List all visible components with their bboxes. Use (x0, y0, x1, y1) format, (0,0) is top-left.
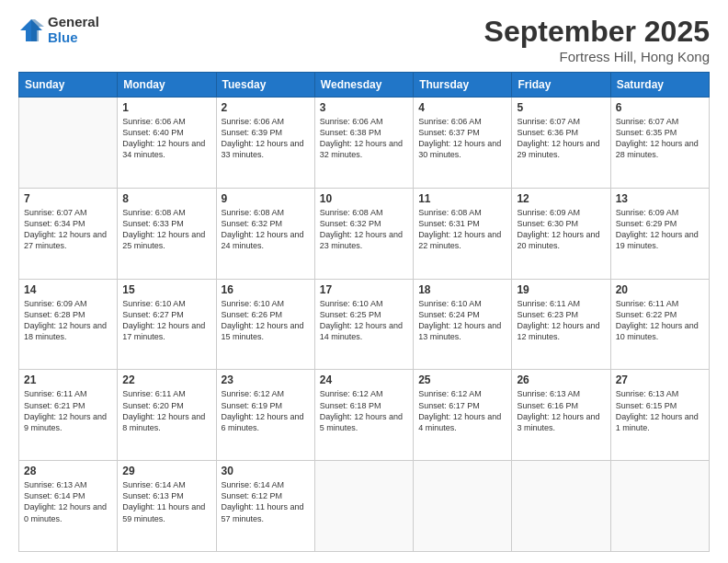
cell-text: Sunrise: 6:13 AMSunset: 6:15 PMDaylight:… (616, 388, 704, 433)
day-number: 15 (122, 283, 210, 296)
calendar-week-row: 14 Sunrise: 6:09 AMSunset: 6:28 PMDaylig… (19, 279, 710, 370)
day-number: 2 (222, 101, 310, 114)
day-number: 8 (122, 192, 210, 205)
table-row: 23 Sunrise: 6:12 AMSunset: 6:19 PMDaylig… (216, 370, 314, 461)
table-row: 30 Sunrise: 6:14 AMSunset: 6:12 PMDaylig… (216, 461, 314, 552)
day-number: 5 (517, 101, 605, 114)
table-row: 6 Sunrise: 6:07 AMSunset: 6:35 PMDayligh… (610, 98, 709, 189)
logo-text: General Blue (48, 15, 99, 45)
day-number: 24 (320, 373, 408, 386)
day-number: 1 (122, 101, 210, 114)
day-number: 17 (320, 283, 408, 296)
cell-text: Sunrise: 6:06 AMSunset: 6:39 PMDaylight:… (222, 116, 310, 161)
header: General Blue September 2025 Fortress Hil… (18, 15, 710, 64)
table-row: 9 Sunrise: 6:08 AMSunset: 6:32 PMDayligh… (216, 188, 314, 279)
title-location: Fortress Hill, Hong Kong (484, 49, 710, 64)
day-number: 13 (616, 192, 704, 205)
table-row: 17 Sunrise: 6:10 AMSunset: 6:25 PMDaylig… (314, 279, 413, 370)
cell-text: Sunrise: 6:11 AMSunset: 6:20 PMDaylight:… (122, 388, 210, 433)
calendar-week-row: 28 Sunrise: 6:13 AMSunset: 6:14 PMDaylig… (19, 461, 710, 552)
logo-icon (18, 17, 44, 43)
day-number: 19 (517, 283, 605, 296)
table-row (314, 461, 413, 552)
header-thursday: Thursday (414, 73, 512, 98)
cell-text: Sunrise: 6:08 AMSunset: 6:31 PMDaylight:… (418, 207, 506, 252)
table-row: 22 Sunrise: 6:11 AMSunset: 6:20 PMDaylig… (118, 370, 216, 461)
table-row: 16 Sunrise: 6:10 AMSunset: 6:26 PMDaylig… (216, 279, 314, 370)
day-number: 7 (24, 192, 112, 205)
header-saturday: Saturday (610, 73, 709, 98)
cell-text: Sunrise: 6:12 AMSunset: 6:17 PMDaylight:… (418, 388, 506, 433)
header-monday: Monday (118, 73, 216, 98)
cell-text: Sunrise: 6:14 AMSunset: 6:13 PMDaylight:… (122, 479, 210, 524)
calendar-week-row: 7 Sunrise: 6:07 AMSunset: 6:34 PMDayligh… (19, 188, 710, 279)
table-row: 19 Sunrise: 6:11 AMSunset: 6:23 PMDaylig… (512, 279, 610, 370)
table-row: 4 Sunrise: 6:06 AMSunset: 6:37 PMDayligh… (414, 98, 512, 189)
cell-text: Sunrise: 6:07 AMSunset: 6:34 PMDaylight:… (24, 207, 112, 252)
day-number: 16 (222, 283, 310, 296)
table-row: 2 Sunrise: 6:06 AMSunset: 6:39 PMDayligh… (216, 98, 314, 189)
logo-general: General (48, 15, 99, 30)
table-row: 27 Sunrise: 6:13 AMSunset: 6:15 PMDaylig… (610, 370, 709, 461)
table-row: 20 Sunrise: 6:11 AMSunset: 6:22 PMDaylig… (610, 279, 709, 370)
cell-text: Sunrise: 6:10 AMSunset: 6:27 PMDaylight:… (122, 298, 210, 343)
day-number: 10 (320, 192, 408, 205)
table-row: 28 Sunrise: 6:13 AMSunset: 6:14 PMDaylig… (19, 461, 118, 552)
table-row: 1 Sunrise: 6:06 AMSunset: 6:40 PMDayligh… (118, 98, 216, 189)
day-number: 3 (320, 101, 408, 114)
header-tuesday: Tuesday (216, 73, 314, 98)
table-row: 26 Sunrise: 6:13 AMSunset: 6:16 PMDaylig… (512, 370, 610, 461)
day-number: 9 (222, 192, 310, 205)
day-number: 30 (222, 465, 310, 477)
table-row: 11 Sunrise: 6:08 AMSunset: 6:31 PMDaylig… (414, 188, 512, 279)
cell-text: Sunrise: 6:13 AMSunset: 6:16 PMDaylight:… (517, 388, 605, 433)
day-number: 14 (24, 283, 112, 296)
cell-text: Sunrise: 6:07 AMSunset: 6:36 PMDaylight:… (517, 116, 605, 161)
logo: General Blue (18, 15, 99, 45)
cell-text: Sunrise: 6:12 AMSunset: 6:19 PMDaylight:… (222, 388, 310, 433)
day-number: 18 (418, 283, 506, 296)
header-friday: Friday (512, 73, 610, 98)
table-row (512, 461, 610, 552)
cell-text: Sunrise: 6:10 AMSunset: 6:26 PMDaylight:… (222, 298, 310, 343)
table-row: 14 Sunrise: 6:09 AMSunset: 6:28 PMDaylig… (19, 279, 118, 370)
table-row: 24 Sunrise: 6:12 AMSunset: 6:18 PMDaylig… (314, 370, 413, 461)
day-number: 23 (222, 373, 310, 386)
table-row (610, 461, 709, 552)
title-block: September 2025 Fortress Hill, Hong Kong (484, 15, 710, 64)
cell-text: Sunrise: 6:09 AMSunset: 6:30 PMDaylight:… (517, 207, 605, 252)
day-number: 21 (24, 373, 112, 386)
title-month: September 2025 (484, 15, 710, 49)
cell-text: Sunrise: 6:14 AMSunset: 6:12 PMDaylight:… (222, 479, 310, 524)
day-number: 12 (517, 192, 605, 205)
cell-text: Sunrise: 6:13 AMSunset: 6:14 PMDaylight:… (24, 479, 112, 524)
day-number: 27 (616, 373, 704, 386)
table-row: 21 Sunrise: 6:11 AMSunset: 6:21 PMDaylig… (19, 370, 118, 461)
cell-text: Sunrise: 6:08 AMSunset: 6:33 PMDaylight:… (122, 207, 210, 252)
day-number: 26 (517, 373, 605, 386)
cell-text: Sunrise: 6:10 AMSunset: 6:25 PMDaylight:… (320, 298, 408, 343)
cell-text: Sunrise: 6:11 AMSunset: 6:23 PMDaylight:… (517, 298, 605, 343)
header-wednesday: Wednesday (314, 73, 413, 98)
day-number: 29 (122, 465, 210, 477)
header-sunday: Sunday (19, 73, 118, 98)
cell-text: Sunrise: 6:08 AMSunset: 6:32 PMDaylight:… (320, 207, 408, 252)
cell-text: Sunrise: 6:09 AMSunset: 6:29 PMDaylight:… (616, 207, 704, 252)
day-number: 22 (122, 373, 210, 386)
table-row: 3 Sunrise: 6:06 AMSunset: 6:38 PMDayligh… (314, 98, 413, 189)
calendar-week-row: 21 Sunrise: 6:11 AMSunset: 6:21 PMDaylig… (19, 370, 710, 461)
calendar-table: Sunday Monday Tuesday Wednesday Thursday… (18, 72, 710, 552)
table-row: 12 Sunrise: 6:09 AMSunset: 6:30 PMDaylig… (512, 188, 610, 279)
cell-text: Sunrise: 6:06 AMSunset: 6:40 PMDaylight:… (122, 116, 210, 161)
day-number: 20 (616, 283, 704, 296)
cell-text: Sunrise: 6:08 AMSunset: 6:32 PMDaylight:… (222, 207, 310, 252)
page: General Blue September 2025 Fortress Hil… (0, 0, 728, 563)
table-row: 29 Sunrise: 6:14 AMSunset: 6:13 PMDaylig… (118, 461, 216, 552)
table-row: 7 Sunrise: 6:07 AMSunset: 6:34 PMDayligh… (19, 188, 118, 279)
table-row (414, 461, 512, 552)
table-row: 15 Sunrise: 6:10 AMSunset: 6:27 PMDaylig… (118, 279, 216, 370)
table-row: 5 Sunrise: 6:07 AMSunset: 6:36 PMDayligh… (512, 98, 610, 189)
cell-text: Sunrise: 6:10 AMSunset: 6:24 PMDaylight:… (418, 298, 506, 343)
cell-text: Sunrise: 6:11 AMSunset: 6:22 PMDaylight:… (616, 298, 704, 343)
table-row: 18 Sunrise: 6:10 AMSunset: 6:24 PMDaylig… (414, 279, 512, 370)
